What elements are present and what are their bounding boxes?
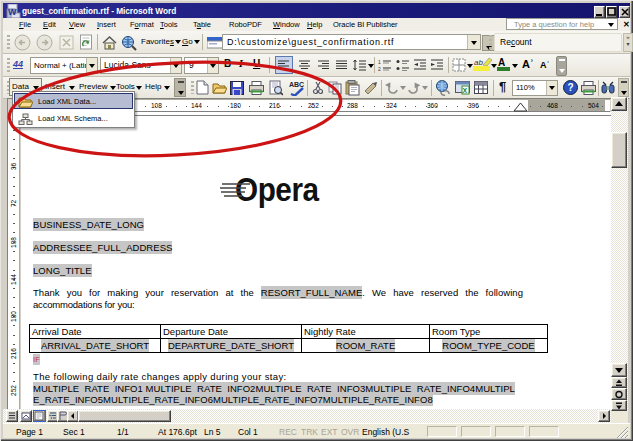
svg-text:ABC: ABC: [289, 81, 304, 88]
svg-text:2: 2: [378, 66, 381, 72]
svg-text:1: 1: [378, 59, 381, 65]
svg-text:?: ?: [568, 82, 574, 93]
svg-text:X: X: [463, 87, 468, 94]
svg-text:W: W: [8, 7, 17, 17]
